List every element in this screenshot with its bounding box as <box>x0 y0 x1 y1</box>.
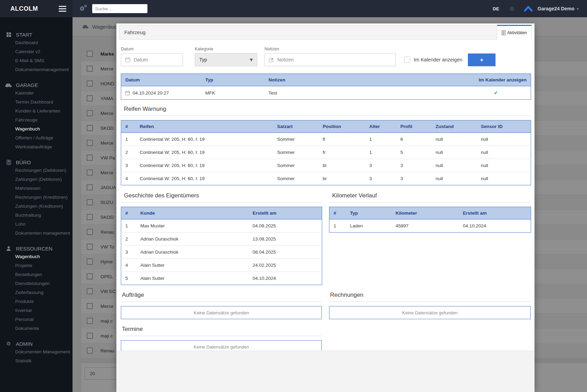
sidebar-item-kunden-lieferanten[interactable]: Kunden & Lieferanten <box>0 107 73 116</box>
sidebar-item-dienstleistungen[interactable]: Dienstleistungen <box>0 279 73 288</box>
table-row[interactable]: 2Adrian Duraschiok13.08.2025 <box>121 233 322 246</box>
sidebar-item-inventar[interactable]: Inventar <box>0 306 73 315</box>
kategorie-select[interactable]: Typ ▼ <box>195 53 257 66</box>
table-cell: 2 <box>121 146 136 159</box>
sidebar-item-dokumenten-management[interactable]: Dokumenten Management <box>0 347 73 356</box>
tab-aktivitaeten[interactable]: Aktivitäten <box>497 25 532 40</box>
sidebar-item-dokumente[interactable]: Dokumente <box>0 324 73 333</box>
activity-row[interactable]: 04.10.2024 20:27MFKTest✔ <box>121 86 531 100</box>
sidebar-section-ressourcen[interactable]: RESSOURCEN <box>0 245 73 252</box>
table-row[interactable]: 1Laden4589704.10.2024 <box>329 219 531 233</box>
kalender-checkbox[interactable] <box>404 57 410 63</box>
table-cell: Continental W: 205, H: 60, I: 19 <box>136 146 273 159</box>
account-menu[interactable]: Garage24 Demo <box>538 6 575 11</box>
col-im-kalender: Im Kalender anzeigen <box>444 74 531 86</box>
sidebar-item-zeiterfassung[interactable]: Zeiterfassung <box>0 288 73 297</box>
section-title: Reifen Warnung <box>121 106 531 112</box>
sidebar-item-e-mail-sms[interactable]: E-Mail & SMS <box>0 56 73 65</box>
notizen-field-wrap <box>264 53 396 66</box>
col-reifen: Reifen <box>136 120 273 133</box>
table-row[interactable]: 5Alain Sutter04.10.2024 <box>121 272 322 285</box>
section-reifen-header: Reifen Warnung <box>121 106 531 116</box>
sidebar-item-calendar-v2[interactable]: Calendar v2 <box>0 47 73 56</box>
search-input[interactable] <box>92 4 147 13</box>
table-cell: 6 <box>396 133 432 146</box>
table-row[interactable]: 1Max Muster04.09.2025 <box>121 219 322 233</box>
hamburger-menu-icon[interactable] <box>58 4 67 13</box>
sidebar-section-admin[interactable]: ⚙ADMIN <box>0 340 73 347</box>
col-erstellt-am: Erstellt am <box>459 207 531 219</box>
table-cell: 2 <box>121 233 136 246</box>
activity-form: Datum Kategorie Typ ▼ <box>121 47 531 66</box>
section-title: Termine <box>121 326 322 333</box>
sidebar-item-lohn[interactable]: Lohn <box>0 220 73 229</box>
typ-cell: MFK <box>201 86 264 100</box>
col-profil: Profil <box>396 120 432 133</box>
table-row[interactable]: 1Continental W: 205, H: 60, I: 19Sommerf… <box>121 133 531 146</box>
topbar-right: DE Garage24 Demo ▾ <box>493 6 587 12</box>
sidebar-nav: STARTDashboardCalendar v2E-Mail & SMSDok… <box>0 17 73 365</box>
sidebar-item-kalender[interactable]: Kalender <box>0 89 73 98</box>
sidebar-item-mahnwesen[interactable]: Mahnwesen <box>0 184 73 193</box>
table-cell: 3 <box>365 172 396 185</box>
owners-table: # Kunde Erstellt am 1Max Muster04.09.202… <box>121 207 322 285</box>
kategorie-label: Kategorie <box>195 47 257 51</box>
sidebar-item-rechnungen-debitoren[interactable]: Rechnungen (Debitoren) <box>0 166 73 175</box>
sidebar-item-offerten-auftr-ge[interactable]: Offerten / Aufträge <box>0 134 73 143</box>
table-row[interactable]: 4Continental W: 205, H: 60, I: 19Sommerb… <box>121 172 531 185</box>
sidebar-item-projekte[interactable]: Projekte <box>0 261 73 270</box>
sidebar-item-termin-dashboard[interactable]: Termin Dashboard <box>0 98 73 107</box>
sidebar-item-werkstattauftr-ge[interactable]: Werkstattaufträge <box>0 143 73 151</box>
table-cell: Sommer <box>273 159 319 172</box>
table-cell: br <box>319 172 365 185</box>
table-cell: fl <box>319 133 365 146</box>
table-cell: null <box>477 133 531 146</box>
table-row[interactable]: 4Alain Sutter24.02.2025 <box>121 259 322 272</box>
language-selector[interactable]: DE <box>493 6 499 11</box>
table-row[interactable]: 3Continental W: 205, H: 60, I: 19Sommerb… <box>121 159 531 172</box>
tab-fahrzeug[interactable]: Fahrzeug <box>119 25 497 40</box>
add-activity-button[interactable]: + <box>468 53 495 66</box>
col-typ: Typ <box>346 207 392 219</box>
notizen-input[interactable] <box>265 53 395 66</box>
topbar: ⚙⚙ DE Garage24 Demo ▾ <box>73 0 587 17</box>
section-title: Rechnungen <box>329 292 531 298</box>
section-auftraege-header: Aufträge <box>121 292 322 302</box>
section-title: Aufträge <box>121 292 322 298</box>
sidebar-item-dokumentenmanagement[interactable]: Dokumentenmanagement <box>0 65 73 74</box>
table-header-row: Datum Typ Notizen Im Kalender anzeigen <box>121 74 531 86</box>
col-kunde: Kunde <box>136 207 249 219</box>
sidebar-item-zahlungen-kreditoren[interactable]: Zahlungen (Kreditoren) <box>0 202 73 211</box>
settings-gears-icon[interactable]: ⚙⚙ <box>79 6 85 12</box>
sidebar-section-b-ro[interactable]: BÜRO <box>0 159 73 166</box>
table-cell: Continental W: 205, H: 60, I: 19 <box>136 133 273 146</box>
table-cell: 4 <box>121 172 136 185</box>
sidebar-item-zahlungen-debitoren[interactable]: Zahlungen (Debitoren) <box>0 175 73 184</box>
sidebar-item-produkte[interactable]: Produkte <box>0 297 73 306</box>
sidebar-section-start[interactable]: START <box>0 31 73 38</box>
sidebar-item-dokumenten-management[interactable]: Dokumenten management <box>0 229 73 238</box>
table-row[interactable]: 2Continental W: 205, H: 60, I: 19Sommerf… <box>121 146 531 159</box>
grid-icon <box>5 32 12 37</box>
datum-input[interactable] <box>121 53 183 66</box>
table-cell: Adrian Duraschiok <box>136 233 249 246</box>
table-row[interactable]: 3Adrian Duraschiok08.04.2025 <box>121 246 322 259</box>
sidebar-section-garage[interactable]: GARAGE <box>0 81 73 89</box>
table-cell: null <box>432 133 477 146</box>
tab-aktivitaeten-label: Aktivitäten <box>507 30 527 35</box>
sidebar-item-dashboard[interactable]: Dashboard <box>0 38 73 47</box>
sidebar-item-statistik[interactable]: Statistik <box>0 356 73 365</box>
col-num: # <box>329 207 346 219</box>
table-cell: null <box>477 159 531 172</box>
sidebar-item-rechnungen-kreditoren[interactable]: Rechnungen (Kreditoren) <box>0 193 73 202</box>
table-cell: 3 <box>396 159 432 172</box>
sidebar-item-personal[interactable]: Personal <box>0 315 73 324</box>
sidebar-item-buchhaltung[interactable]: Buchhaltung <box>0 211 73 220</box>
table-cell: Alain Sutter <box>136 272 249 285</box>
pencil-edit-icon <box>269 57 274 62</box>
sidebar-item-fahrzeuge[interactable]: Fahrzeuge <box>0 116 73 125</box>
sidebar-item-bestellungen[interactable]: Bestellungen <box>0 270 73 279</box>
table-cell: 1 <box>365 133 396 146</box>
sidebar-item-wagenbuch[interactable]: Wagenbuch <box>0 125 73 134</box>
sidebar-item-wagenbuch[interactable]: Wagenbuch <box>0 252 73 261</box>
